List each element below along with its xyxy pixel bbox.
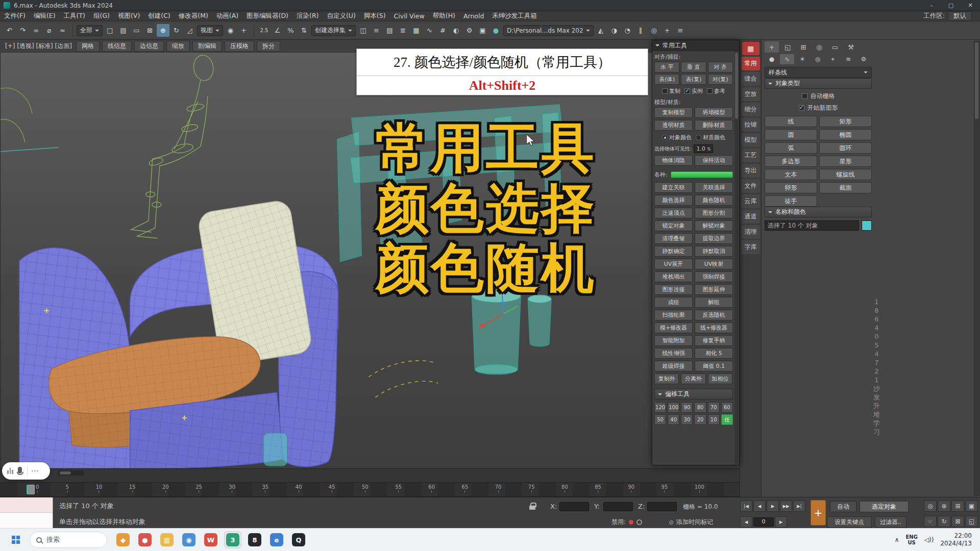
orbit-view-icon[interactable]: ↻ — [938, 516, 950, 527]
helpers-category[interactable]: ⌖ — [826, 54, 840, 64]
tool-button[interactable]: 加相位 — [708, 373, 732, 384]
selection-filter-dropdown[interactable]: 全部 — [77, 25, 103, 36]
menu-item[interactable]: 图形编辑器(D) — [242, 11, 292, 21]
timeline-tick[interactable]: 5 — [66, 484, 69, 493]
snap-toggle-icon[interactable]: 2.5 — [258, 24, 271, 37]
model-material-button[interactable]: 坍塌模型 — [695, 107, 733, 118]
select-and-move-icon[interactable]: ⊕ — [157, 24, 169, 37]
clone-option-checkbox[interactable] — [707, 88, 713, 94]
tool-button[interactable]: 反选随机 — [695, 310, 733, 320]
tool-button[interactable]: 阈值 0.1 — [695, 361, 733, 371]
copy-mode-button[interactable]: 对(复) — [708, 74, 733, 85]
name-color-rollout[interactable]: 名称和颜色 — [765, 207, 872, 217]
schematic-view-icon[interactable]: # — [436, 24, 449, 37]
3dsmax-icon[interactable]: 3 — [224, 531, 241, 548]
tool-panel-scrollbar[interactable] — [734, 52, 739, 464]
plugin-tab[interactable]: 拉键 — [742, 118, 760, 132]
systems-category[interactable]: ⚙ — [856, 54, 871, 64]
tool-button[interactable]: 模+修改器 — [654, 322, 693, 333]
timeline-tick[interactable]: 80 — [561, 484, 568, 493]
edge-icon[interactable]: e — [268, 531, 285, 548]
menu-item[interactable]: 禾绅沙发工具箱 — [488, 11, 541, 21]
random-color-swatch[interactable] — [671, 171, 733, 178]
plugin-tab[interactable]: 清理 — [742, 225, 760, 239]
plugin-tab[interactable]: 缝合 — [742, 72, 760, 86]
shape-button[interactable]: 螺旋线 — [819, 169, 872, 180]
plugin-tab[interactable]: 导出 — [742, 164, 760, 178]
go-to-start-button[interactable]: |◀ — [740, 500, 752, 512]
z-coordinate-field[interactable] — [647, 502, 677, 511]
offset-button[interactable]: 10 — [708, 414, 720, 425]
plugin-tab[interactable]: 字库 — [742, 240, 760, 254]
visibility-button[interactable]: 保持活动 — [695, 155, 733, 166]
plugin-logo-icon[interactable]: ▦ — [742, 42, 760, 55]
shape-button[interactable]: 圆环 — [819, 142, 872, 154]
offset-button[interactable]: 60 — [721, 402, 733, 413]
shapes-category[interactable]: ∿ — [780, 54, 794, 64]
display-tab[interactable]: ▭ — [828, 41, 842, 53]
create-tab[interactable]: + — [765, 41, 779, 53]
y-coordinate-field[interactable] — [603, 502, 633, 511]
timeline-tick[interactable]: 25 — [195, 484, 202, 493]
tool-button[interactable]: 成组 — [654, 297, 693, 308]
align-icon[interactable]: ≡ — [370, 24, 383, 37]
bind-to-space-warp-icon[interactable]: ≈ — [56, 24, 69, 37]
armchair-model[interactable] — [19, 199, 338, 468]
timeline-tick[interactable]: 70 — [495, 484, 502, 493]
shape-button[interactable]: 文本 — [765, 169, 817, 180]
shape-button[interactable]: 矩形 — [819, 116, 872, 127]
timeline-tick[interactable]: 75 — [528, 484, 535, 493]
dashed-spline-curves[interactable] — [369, 361, 438, 397]
file-explorer-icon[interactable]: ▥ — [158, 531, 176, 548]
timeline-tick[interactable]: 30 — [229, 484, 235, 493]
chrome-icon[interactable]: ◉ — [180, 531, 198, 548]
offset-button[interactable]: 90 — [681, 402, 693, 413]
mirror-icon[interactable]: ◫ — [357, 24, 370, 37]
hierarchy-tab[interactable]: ⊞ — [796, 41, 811, 53]
project-folder-dropdown[interactable]: D:\Personal…ds Max 202 — [503, 25, 594, 36]
ribbon-tab[interactable]: 网格 — [76, 41, 100, 52]
tool-button[interactable]: 复制外 — [654, 373, 679, 384]
toolbar-overflow-icon[interactable]: ≡ — [674, 24, 687, 37]
align-button[interactable]: 水 平 — [654, 62, 679, 72]
zoom-region-icon[interactable]: ⊠ — [951, 516, 964, 527]
security-app-icon[interactable]: ◆ — [114, 531, 132, 548]
tool-button[interactable]: 关联选择 — [695, 182, 733, 193]
more-options-icon[interactable]: ⋯ — [31, 466, 39, 475]
rendered-frame-icon[interactable]: ▣ — [476, 24, 489, 37]
offset-button[interactable]: 50 — [654, 414, 666, 425]
menu-item[interactable]: 组(G) — [89, 11, 114, 21]
menu-item[interactable]: 动画(A) — [212, 11, 242, 21]
teal-stool-small[interactable] — [528, 295, 551, 346]
menu-item[interactable]: 工具(T) — [60, 11, 89, 21]
clone-option-checkbox[interactable] — [662, 88, 668, 94]
shape-button[interactable]: 卵形 — [765, 182, 817, 193]
shape-button[interactable]: 椭圆 — [819, 129, 872, 140]
tool-button[interactable]: 线性增强 — [654, 348, 693, 359]
key-filters-button[interactable]: 过滤器.. — [875, 516, 906, 528]
offset-button[interactable]: 任 — [721, 414, 733, 425]
undo-icon[interactable]: ↶ — [3, 24, 16, 37]
shape-button[interactable]: 星形 — [819, 156, 872, 167]
tool-button[interactable]: 颜色随机 — [695, 195, 733, 206]
time-ruler[interactable]: 0510152025303540455055606570758085909510… — [0, 483, 740, 497]
language-indicator[interactable]: ENGUS — [905, 534, 917, 545]
shape-button[interactable]: 多边形 — [765, 156, 817, 167]
tool-button[interactable]: 泛速顶点 — [654, 208, 693, 218]
ribbon-tab[interactable]: 缩放 — [166, 41, 190, 52]
tray-expand-chevron[interactable]: ∧ — [895, 536, 899, 543]
wps-icon[interactable]: W — [202, 531, 219, 548]
tool-button[interactable]: 线+修改器 — [695, 322, 733, 333]
tool-button[interactable]: 超级焊接 — [654, 361, 693, 371]
tool-button[interactable]: 相化 5 — [695, 348, 733, 359]
offset-tools-rollout[interactable]: 偏移工具 — [654, 389, 733, 399]
workspace-selector[interactable]: 默认 — [948, 11, 972, 21]
plugin-tab[interactable]: 文件 — [742, 179, 760, 193]
timeline-tick[interactable]: 0 — [36, 484, 39, 493]
menu-item[interactable]: Civil View — [390, 11, 429, 21]
rectangular-selection-region-icon[interactable]: ▭ — [130, 24, 143, 37]
shape-category-dropdown[interactable]: 样条线 — [765, 67, 872, 78]
window-crossing-toggle-icon[interactable]: ⊠ — [143, 24, 156, 37]
tool-button[interactable]: 图形分割 — [695, 208, 733, 218]
angle-snap-icon[interactable]: ∠ — [271, 24, 284, 37]
